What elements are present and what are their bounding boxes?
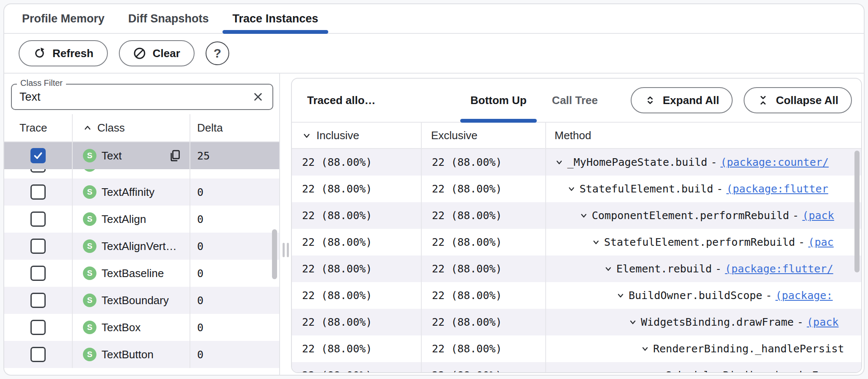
trace-cell — [4, 142, 72, 169]
column-header-inclusive[interactable]: Inclusive — [292, 123, 421, 148]
tree-row[interactable]: 22 (88.00%) 22 (88.00%) Element.rebuild … — [292, 255, 861, 282]
column-header-trace-label: Trace — [19, 121, 47, 135]
class-row-textalign[interactable]: S TextAlign 0 — [4, 206, 279, 233]
trace-checkbox[interactable] — [30, 239, 46, 254]
expander-chevron-icon[interactable] — [653, 371, 662, 374]
trace-checkbox[interactable] — [30, 293, 46, 308]
tab-call-tree-label: Call Tree — [552, 94, 598, 107]
package-link[interactable]: (pack — [807, 316, 838, 328]
tree-row[interactable]: 22 (88.00%) 22 (88.00%) WidgetsBinding.d… — [292, 309, 861, 335]
class-cell: S TextAlign — [72, 206, 190, 233]
exclusive-cell: 22 (88.00%) — [421, 176, 545, 202]
copy-icon[interactable] — [168, 149, 181, 162]
package-link[interactable]: (pack — [802, 209, 834, 222]
class-row-textalignvertical[interactable]: S TextAlignVert… 0 — [4, 233, 279, 260]
refresh-button-label: Refresh — [52, 47, 93, 60]
refresh-button[interactable]: Refresh — [19, 40, 108, 66]
sort-descending-icon — [302, 131, 311, 140]
tab-trace-instances[interactable]: Trace Instances — [221, 4, 330, 33]
collapse-all-button[interactable]: Collapse All — [744, 87, 852, 113]
expander-chevron-icon[interactable] — [628, 318, 637, 327]
trace-cell — [4, 314, 72, 341]
class-row-textboundary[interactable]: S TextBoundary 0 — [4, 287, 279, 314]
active-tab-underline — [222, 30, 329, 34]
tree-row[interactable]: 22 (88.00%) 22 (88.00%) StatefulElement.… — [292, 176, 861, 202]
column-header-delta[interactable]: Delta — [190, 114, 279, 141]
inclusive-cell: 22 (88.00%) — [292, 229, 421, 255]
tab-diff-snapshots[interactable]: Diff Snapshots — [116, 4, 221, 33]
column-header-inclusive-label: Inclusive — [316, 129, 359, 142]
expand-all-button[interactable]: Expand All — [631, 87, 733, 113]
inclusive-cell: 22 (88.00%) — [292, 335, 421, 362]
trace-checkbox[interactable] — [30, 347, 46, 362]
tab-bottom-up-label: Bottom Up — [470, 94, 527, 107]
splitter-drag-handle[interactable] — [283, 243, 289, 257]
class-row-selectabletext[interactable]: S SelectableText — [4, 169, 279, 179]
column-header-class[interactable]: Class — [72, 114, 190, 141]
left-panel-scrollbar-thumb[interactable] — [272, 229, 277, 279]
method-cell: StatefulElement.build - (package:flutter — [545, 176, 861, 202]
class-kind-badge: S — [83, 321, 96, 334]
expander-chevron-icon[interactable] — [567, 184, 576, 194]
class-row-text-pinned[interactable]: S Text 25 — [4, 142, 279, 169]
tree-row[interactable]: 22 (88.00%) 22 (88.00%) RendererBinding.… — [292, 335, 861, 362]
trace-checkbox[interactable] — [30, 266, 46, 281]
trace-checkbox[interactable] — [30, 320, 46, 335]
class-row-textbaseline[interactable]: S TextBaseline 0 — [4, 260, 279, 287]
tree-row[interactable]: 22 (88.00%) 22 (88.00%) ComponentElement… — [292, 202, 861, 229]
class-table-header: Trace Class Delta — [4, 114, 279, 142]
delta-cell: 0 — [190, 206, 279, 233]
class-cell: S TextAffinity — [72, 179, 190, 206]
expander-chevron-icon[interactable] — [616, 291, 625, 300]
method-name: Element.rebuild — [616, 263, 712, 275]
column-header-trace[interactable]: Trace — [4, 114, 72, 141]
traced-allocations-card: Traced allo… Bottom Up Call Tree E — [291, 78, 862, 373]
class-row-textbutton[interactable]: S TextButton 0 — [4, 341, 279, 368]
trace-checkbox[interactable] — [30, 169, 46, 173]
class-filter-field[interactable]: Class Filter Text — [11, 84, 273, 110]
traced-allocations-title: Traced allo… — [307, 79, 458, 122]
block-icon — [133, 47, 146, 60]
clear-filter-icon[interactable] — [251, 90, 265, 104]
trace-checkbox[interactable] — [30, 211, 46, 227]
tree-row[interactable]: 22 (88.00%) 22 (88.00%) StatefulElement.… — [292, 229, 861, 255]
tree-row[interactable]: 22 (88.00%) 22 (88.00%) BuildOwner.build… — [292, 282, 861, 309]
tree-scrollbar-thumb[interactable] — [854, 151, 860, 272]
devtools-memory-window: Profile Memory Diff Snapshots Trace Inst… — [3, 3, 865, 376]
tab-bottom-up[interactable]: Bottom Up — [458, 79, 539, 122]
expander-chevron-icon[interactable] — [640, 344, 650, 354]
trace-checkbox[interactable] — [30, 184, 46, 200]
package-link[interactable]: (package:flutter/ — [725, 263, 833, 275]
delta-cell: 25 — [190, 142, 279, 169]
column-header-method[interactable]: Method — [545, 123, 861, 148]
trace-cell — [4, 206, 72, 233]
package-link[interactable]: (package: — [775, 289, 832, 302]
package-link[interactable]: (package:flutter — [726, 183, 828, 195]
class-filter-value[interactable]: Text — [19, 91, 251, 104]
tree-row[interactable]: 22 (88.00%) 22 (88.00%) SchedulerBinding… — [292, 362, 861, 373]
tab-call-tree[interactable]: Call Tree — [539, 79, 610, 122]
trace-checkbox-checked[interactable] — [30, 148, 46, 163]
expander-chevron-icon[interactable] — [604, 264, 613, 274]
class-name: TextBox — [102, 321, 141, 334]
tree-row[interactable]: 22 (88.00%) 22 (88.00%) _MyHomePageState… — [292, 149, 861, 176]
class-name: SelectableText — [102, 169, 173, 172]
delta-cell: 0 — [190, 260, 279, 287]
inclusive-cell: 22 (88.00%) — [292, 309, 421, 335]
class-row-textaffinity[interactable]: S TextAffinity 0 — [4, 179, 279, 206]
clear-button[interactable]: Clear — [119, 40, 195, 66]
clear-button-label: Clear — [153, 47, 180, 60]
class-kind-badge: S — [83, 348, 96, 361]
class-cell: S TextBox — [72, 314, 190, 341]
help-button[interactable]: ? — [206, 41, 229, 65]
package-link[interactable]: (pac — [808, 236, 834, 248]
expander-chevron-icon[interactable] — [591, 238, 601, 247]
package-link[interactable]: (package:counter/ — [720, 156, 829, 168]
expander-chevron-icon[interactable] — [555, 158, 564, 167]
expander-chevron-icon[interactable] — [579, 211, 588, 220]
class-row-textbox[interactable]: S TextBox 0 — [4, 314, 279, 341]
delta-cell: 0 — [190, 287, 279, 314]
column-header-exclusive[interactable]: Exclusive — [421, 123, 545, 148]
class-name: TextBoundary — [102, 294, 169, 307]
tab-profile-memory[interactable]: Profile Memory — [10, 4, 116, 33]
